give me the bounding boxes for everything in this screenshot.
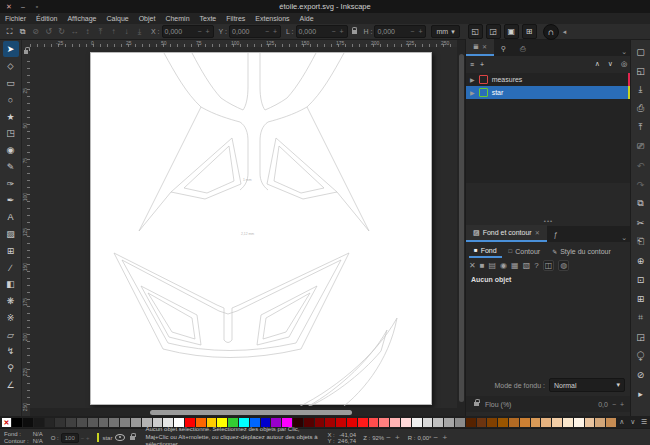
tool-selector[interactable]: ➤ [3,41,19,57]
lower-button[interactable]: ↓ [120,25,133,37]
tab-export[interactable]: ⎙ [513,41,533,56]
menu-item[interactable]: Texte [195,15,222,22]
rotation-value[interactable]: 0,00° [417,435,431,441]
select-all-button[interactable]: ⛶ [3,26,16,38]
palette-swatch[interactable] [304,418,314,427]
layer-lock-icon[interactable] [130,436,135,440]
expander-icon[interactable]: ▶ [470,76,475,83]
paint-swatch-button[interactable]: ▧ [523,261,531,270]
menu-item[interactable]: Affichage [62,15,101,22]
palette-swatch[interactable] [563,418,573,427]
tab-fill-and-stroke[interactable]: ▨ Fond et contour ✕ [466,225,547,242]
palette-swatch[interactable] [358,418,368,427]
palette-swatch[interactable] [261,418,271,427]
tool-node-editor[interactable]: ⬦ [3,58,19,74]
layer-visibility-eye-icon[interactable] [115,434,125,441]
palette-swatch[interactable] [142,418,152,427]
flip-vertical-button[interactable]: ↕ [81,25,94,37]
palette-swatch[interactable] [153,418,163,427]
close-tab-icon[interactable]: ✕ [482,43,487,50]
palette-swatch[interactable] [77,418,87,427]
palette-swatch[interactable] [466,418,476,427]
cut-button[interactable]: ✂ [633,215,648,230]
tool-3dbox[interactable]: ◳ [3,125,19,141]
raise-button[interactable]: ↑ [107,25,120,37]
move-patterns-toggle[interactable]: ⊞ [522,24,537,39]
palette-menu[interactable]: ☰ [639,417,649,427]
tool-pencil[interactable]: ✎ [3,159,19,175]
palette-swatch[interactable] [477,418,487,427]
palette-swatch[interactable] [455,418,465,427]
palette-swatch[interactable] [55,418,65,427]
width-input[interactable]: 0,000− + [296,25,348,38]
expander-icon[interactable]: ▶ [470,89,475,96]
paint-mesh-button[interactable]: ◫ [543,260,555,271]
height-input[interactable]: 0,000− + [374,25,426,38]
paint-none-button[interactable]: ✕ [469,261,476,270]
y-spinner[interactable]: − + [265,28,278,35]
horizontal-scrollbar-thumb[interactable] [150,410,352,415]
units-dropdown[interactable]: mm▾ [431,25,459,38]
lock-ratio-icon[interactable] [352,30,357,34]
tool-rectangle[interactable]: ▭ [3,75,19,91]
unlink-clone-button[interactable]: ⊘ [633,367,648,382]
tab-stroke-paint[interactable]: □ Contour [504,244,546,258]
rotation-spinner[interactable]: − + [433,433,448,442]
palette-swatch[interactable] [12,418,22,427]
lower-to-bottom-button[interactable]: ⤓ [133,26,146,38]
blur-value[interactable]: 0,0 [598,401,608,408]
horizontal-scrollbar[interactable] [30,408,457,416]
tab-fill[interactable]: ■ Fond [469,244,502,258]
petal-shape[interactable] [290,318,397,406]
opacity-input[interactable]: 100 [61,433,79,443]
new-document-button[interactable]: ▢ [633,44,648,59]
close-tab-icon[interactable]: ✕ [535,229,540,236]
clone-button[interactable]: ⧬ [633,348,648,363]
palette-swatch[interactable] [347,418,357,427]
copy-button[interactable]: ⧉ [633,196,648,211]
menu-item[interactable]: Édition [31,15,62,22]
tool-gradient[interactable]: ▨ [3,226,19,242]
paint-pattern-button[interactable]: ▦ [511,261,519,270]
palette-swatch[interactable] [207,418,217,427]
palette-swatch[interactable] [282,418,292,427]
import-button[interactable]: ⤓ [633,82,648,97]
current-layer-name[interactable]: star [102,435,112,441]
height-spinner[interactable]: − + [410,28,423,35]
print-button[interactable]: ⎙ [633,101,648,116]
document-page[interactable]: 1 mm 2,12 mm [90,52,432,405]
palette-swatch[interactable] [88,418,98,427]
select-all-layers-button[interactable]: ⧉ [16,26,29,38]
palette-swatch[interactable] [595,418,605,427]
raise-to-top-button[interactable]: ⤒ [94,26,107,38]
palette-swatch[interactable] [412,418,422,427]
canvas[interactable]: 1 mm 2,12 mm [30,47,457,408]
x-input[interactable]: 0,000− + [162,25,214,38]
palette-scroll-down[interactable]: ∨ [628,417,638,427]
tool-spray[interactable]: ※ [3,310,19,326]
palette-swatch[interactable] [120,418,130,427]
blur-spinner[interactable]: − + [612,401,625,408]
mask-shape[interactable] [114,253,349,358]
palette-swatch[interactable] [444,418,454,427]
palette-swatch[interactable] [250,418,260,427]
zoom-page-button[interactable]: ⊞ [633,291,648,306]
vertical-scrollbar-thumb[interactable] [459,54,464,402]
paste-button[interactable]: ⎗ [633,234,648,249]
palette-swatch[interactable] [498,418,508,427]
palette-scroll-up[interactable]: ∧ [617,417,627,427]
menu-item[interactable]: Filtres [221,15,250,22]
palette-swatch[interactable] [509,418,519,427]
palette-swatch[interactable] [531,418,541,427]
palette-swatch[interactable] [325,418,335,427]
palette-swatch[interactable] [336,418,346,427]
paint-radial-gradient-button[interactable]: ◉ [500,261,507,270]
palette-swatch[interactable] [401,418,411,427]
palette-swatch[interactable] [45,418,55,427]
tab-stroke-style[interactable]: ✎ Style du contour [547,244,616,258]
palette-swatch[interactable] [379,418,389,427]
new-layer-button[interactable]: ≡ [470,61,474,68]
palette-swatch[interactable] [520,418,530,427]
layer-row-measures[interactable]: ▶ measures [466,73,631,86]
palette-swatch[interactable] [293,418,303,427]
